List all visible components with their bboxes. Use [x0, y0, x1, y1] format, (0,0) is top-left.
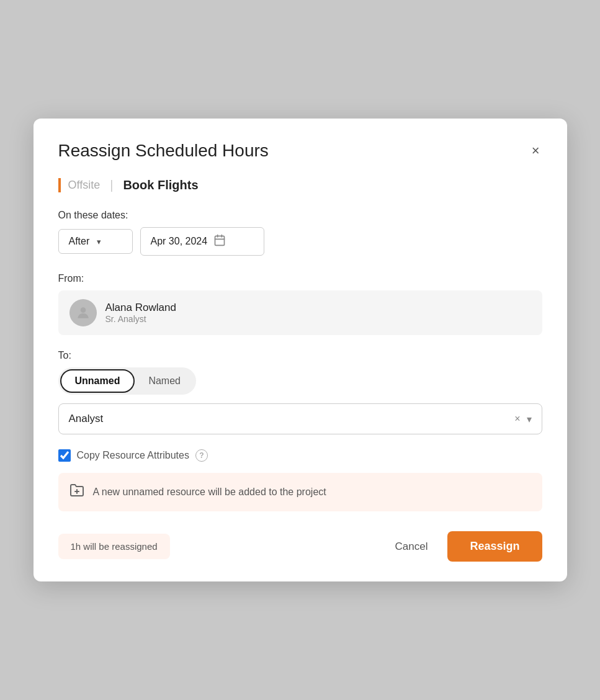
to-select-field[interactable]: Analyst × ▾ — [58, 403, 542, 434]
modal-footer: 1h will be reassigned Cancel Reassign — [58, 531, 542, 562]
to-label: To: — [58, 350, 542, 361]
footer-actions: Cancel Reassign — [385, 531, 542, 562]
modal-header: Reassign Scheduled Hours × — [58, 141, 542, 161]
chevron-down-icon: ▾ — [97, 237, 101, 246]
dates-row: After ▾ Apr 30, 2024 — [58, 227, 542, 256]
from-user-card: Alana Rowland Sr. Analyst — [58, 290, 542, 335]
user-info: Alana Rowland Sr. Analyst — [105, 302, 176, 324]
toggle-named-button[interactable]: Named — [135, 370, 194, 392]
to-section: To: Unnamed Named Analyst × ▾ — [58, 350, 542, 434]
reassign-summary: 1h will be reassigned — [58, 534, 170, 559]
clear-icon[interactable]: × — [514, 413, 520, 424]
chevron-down-icon: ▾ — [527, 413, 532, 425]
toggle-group: Unnamed Named — [58, 367, 196, 395]
copy-attributes-label[interactable]: Copy Resource Attributes — [77, 450, 189, 461]
to-select-value: Analyst — [69, 413, 104, 425]
date-filter-dropdown[interactable]: After ▾ — [58, 229, 133, 254]
svg-point-4 — [80, 307, 86, 313]
calendar-icon — [213, 234, 226, 249]
project-info: Offsite | Book Flights — [58, 178, 542, 192]
select-actions: × ▾ — [514, 413, 531, 425]
date-filter-value: After — [69, 236, 90, 247]
close-button[interactable]: × — [529, 141, 542, 160]
user-name: Alana Rowland — [105, 302, 176, 314]
project-category: Offsite — [68, 179, 101, 192]
user-role: Sr. Analyst — [105, 314, 176, 324]
project-divider: | — [110, 178, 113, 192]
info-message: A new unnamed resource will be added to … — [93, 487, 326, 498]
copy-attributes-checkbox[interactable] — [58, 449, 71, 462]
cancel-button[interactable]: Cancel — [385, 534, 438, 559]
info-box: A new unnamed resource will be added to … — [58, 473, 542, 511]
modal-overlay: Reassign Scheduled Hours × Offsite | Boo… — [0, 0, 600, 700]
modal-title: Reassign Scheduled Hours — [58, 141, 269, 161]
date-picker-button[interactable]: Apr 30, 2024 — [140, 227, 264, 256]
toggle-unnamed-button[interactable]: Unnamed — [60, 369, 135, 393]
from-section: From: Alana Rowland Sr. Analyst — [58, 273, 542, 335]
copy-attributes-row: Copy Resource Attributes ? — [58, 449, 542, 462]
modal-dialog: Reassign Scheduled Hours × Offsite | Boo… — [34, 119, 567, 581]
project-name: Book Flights — [123, 178, 198, 192]
add-resource-icon — [69, 483, 84, 501]
reassign-button[interactable]: Reassign — [447, 531, 542, 562]
svg-rect-0 — [215, 236, 225, 245]
dates-section: On these dates: After ▾ Apr 30, 2024 — [58, 210, 542, 256]
help-icon[interactable]: ? — [195, 449, 208, 462]
avatar — [69, 299, 97, 326]
dates-label: On these dates: — [58, 210, 542, 221]
date-value: Apr 30, 2024 — [151, 236, 208, 247]
from-label: From: — [58, 273, 542, 284]
